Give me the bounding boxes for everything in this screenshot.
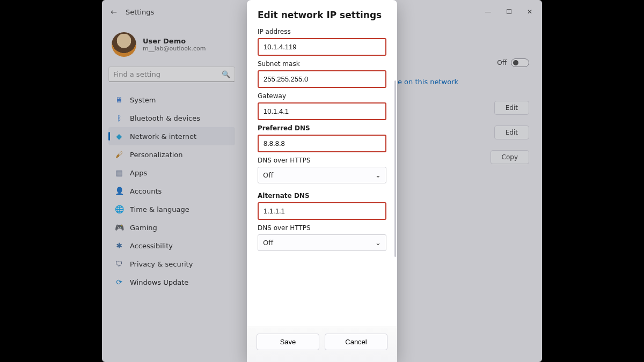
pdns-doh-label: DNS over HTTPS: [258, 157, 386, 164]
adns-doh-select[interactable]: Off ⌄: [258, 234, 386, 251]
chevron-down-icon: ⌄: [375, 239, 381, 247]
pdns-input[interactable]: [258, 135, 386, 152]
settings-window: ← Settings — ☐ ✕ User Demo m__lab@outloo…: [102, 0, 542, 362]
ip-label: IP address: [258, 28, 386, 35]
pdns-doh-select[interactable]: Off ⌄: [258, 167, 386, 183]
subnet-input[interactable]: [258, 70, 386, 88]
adns-label: Alternate DNS: [258, 192, 386, 200]
adns-doh-label: DNS over HTTPS: [258, 224, 386, 232]
gateway-input[interactable]: [258, 102, 386, 120]
ip-input[interactable]: [258, 38, 386, 56]
scrollbar[interactable]: [394, 80, 396, 257]
adns-input[interactable]: [258, 202, 386, 220]
chevron-down-icon: ⌄: [375, 171, 381, 179]
ip-settings-modal: Edit network IP settings IP address Subn…: [247, 0, 397, 362]
cancel-button[interactable]: Cancel: [325, 334, 387, 350]
pdns-label: Preferred DNS: [258, 124, 386, 132]
save-button[interactable]: Save: [257, 334, 319, 350]
modal-title: Edit network IP settings: [258, 10, 386, 20]
gateway-label: Gateway: [258, 92, 386, 100]
subnet-label: Subnet mask: [258, 60, 386, 68]
